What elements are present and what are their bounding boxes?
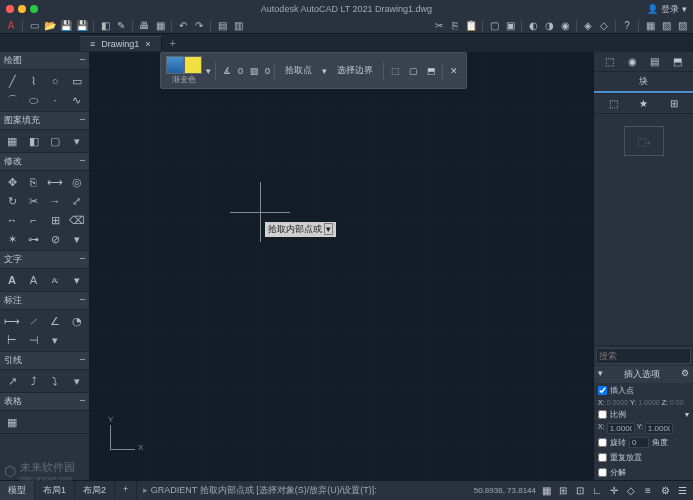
leader2-tool[interactable]: ⤴	[24, 372, 44, 390]
mirror-tool[interactable]: ⟷	[45, 173, 65, 191]
panel3-icon[interactable]: ▨	[675, 19, 689, 33]
sb-snap-icon[interactable]: ⊡	[573, 484, 587, 498]
select-boundary-button[interactable]: 选择边界	[331, 62, 379, 79]
sb-tab-layout2[interactable]: 布局2	[75, 481, 115, 500]
offset-tool[interactable]: ◎	[67, 173, 87, 191]
command-line[interactable]: ▸ GRADIENT 拾取内部点或 [选择对象(S)/放弃(U)/设置(T)]:	[137, 484, 469, 497]
sb-tab-add[interactable]: +	[115, 481, 137, 500]
pick-dropdown[interactable]: ▾	[322, 66, 327, 76]
ft-opt3-icon[interactable]: ⬒	[424, 64, 438, 78]
line-tool[interactable]: ╱	[2, 72, 22, 90]
array-tool[interactable]: ⊞	[45, 211, 65, 229]
erase-tool[interactable]: ⌫	[67, 211, 87, 229]
move-tool[interactable]: ✥	[2, 173, 22, 191]
extend-tool[interactable]: →	[45, 192, 65, 210]
tool2-icon[interactable]: ✎	[114, 19, 128, 33]
chk-explode[interactable]	[598, 468, 607, 477]
section-modify-header[interactable]: 修改–	[0, 153, 89, 171]
section-leader-header[interactable]: 引线–	[0, 352, 89, 370]
scale-tool[interactable]: ⤢	[67, 192, 87, 210]
ft-opt1-icon[interactable]: ⬚	[388, 64, 402, 78]
paste-icon[interactable]: 📋	[464, 19, 478, 33]
percent-value[interactable]: 0	[265, 66, 270, 76]
color-dropdown-icon[interactable]: ▾	[206, 66, 211, 76]
close-tab-icon[interactable]: ×	[145, 39, 150, 49]
rp-icon2[interactable]: ◉	[628, 56, 637, 67]
circle-tool[interactable]: ○	[45, 72, 65, 90]
table-tool[interactable]: ▦	[2, 413, 22, 431]
ft-close-icon[interactable]: ✕	[447, 64, 461, 78]
dim-angular[interactable]: ∠	[45, 312, 65, 330]
gradient-swatch-1[interactable]	[166, 56, 184, 74]
explode-tool[interactable]: ✶	[2, 230, 22, 248]
section-dim-header[interactable]: 标注–	[0, 292, 89, 310]
tool1-icon[interactable]: ◧	[98, 19, 112, 33]
hatch-more[interactable]: ▾	[67, 132, 87, 150]
dim-linear[interactable]: ⟼	[2, 312, 22, 330]
login-link[interactable]: 登录	[661, 3, 679, 16]
rp-sub-fav[interactable]: ★	[639, 98, 648, 109]
copy-tool[interactable]: ⎘	[24, 173, 44, 191]
section-hatch-header[interactable]: 图案填充–	[0, 112, 89, 130]
prop-icon[interactable]: ▢	[487, 19, 501, 33]
arc-tool[interactable]: ⌒	[2, 91, 22, 109]
sb-more-icon[interactable]: ⚙	[658, 484, 672, 498]
mtext-tool[interactable]: A	[2, 271, 22, 289]
text-tool[interactable]: A	[24, 271, 44, 289]
dim-baseline[interactable]: ⊢	[2, 331, 22, 349]
cut-icon[interactable]: ✂	[432, 19, 446, 33]
new-icon[interactable]: ▭	[27, 19, 41, 33]
pick-point-button[interactable]: 拾取点	[279, 62, 318, 79]
sb-tab-layout1[interactable]: 布局1	[35, 481, 75, 500]
rp-sub-lib[interactable]: ⊞	[670, 98, 678, 109]
gradient-tool[interactable]: ◧	[24, 132, 44, 150]
section-table-header[interactable]: 表格–	[0, 393, 89, 411]
layer-icon[interactable]: ▤	[215, 19, 229, 33]
rect-tool[interactable]: ▭	[67, 72, 87, 90]
misc5-icon[interactable]: ◇	[597, 19, 611, 33]
rp-icon3[interactable]: ▤	[650, 56, 659, 67]
rotate-tool[interactable]: ↻	[2, 192, 22, 210]
fillet-tool[interactable]: ⌐	[24, 211, 44, 229]
undo-icon[interactable]: ↶	[176, 19, 190, 33]
save-icon[interactable]: 💾	[59, 19, 73, 33]
text-more[interactable]: ▾	[67, 271, 87, 289]
layer2-icon[interactable]: ▥	[231, 19, 245, 33]
block-preview[interactable]: ⬚₊	[624, 126, 664, 156]
sb-tab-model[interactable]: 模型	[0, 481, 35, 500]
misc2-icon[interactable]: ◑	[542, 19, 556, 33]
user-icon[interactable]: 👤	[647, 4, 658, 14]
spline-tool[interactable]: ∿	[67, 91, 87, 109]
panel2-icon[interactable]: ▧	[659, 19, 673, 33]
sb-menu-icon[interactable]: ☰	[675, 484, 689, 498]
sb-ortho-icon[interactable]: ∟	[590, 484, 604, 498]
app-menu-icon[interactable]: A	[4, 19, 18, 33]
rp-icon1[interactable]: ⬚	[605, 56, 614, 67]
preview-icon[interactable]: ▦	[153, 19, 167, 33]
rp-icon4[interactable]: ⬒	[673, 56, 682, 67]
rp-sub-recent[interactable]: ⬚	[609, 98, 618, 109]
text-style[interactable]: Aᵢ	[45, 271, 65, 289]
polyline-tool[interactable]: ⌇	[24, 72, 44, 90]
gradient-swatch-2[interactable]	[184, 56, 202, 74]
prop2-icon[interactable]: ▣	[503, 19, 517, 33]
mac-minimize-button[interactable]	[18, 5, 26, 13]
scale-y[interactable]	[645, 423, 673, 434]
misc3-icon[interactable]: ◉	[558, 19, 572, 33]
hatch-tool[interactable]: ▦	[2, 132, 22, 150]
boundary-tool[interactable]: ▢	[45, 132, 65, 150]
point-tool[interactable]: ·	[45, 91, 65, 109]
drawing-canvas[interactable]: 渐变色 ▾ ∡ 0 ▨ 0 拾取点 ▾ 选择边界 ⬚ ▢ ⬒ ✕ 拾取内部点或▾…	[90, 52, 593, 480]
tab-block[interactable]: 块	[594, 72, 693, 93]
section-draw-header[interactable]: 绘图–	[0, 52, 89, 70]
join-tool[interactable]: ⊶	[24, 230, 44, 248]
chk-rotate[interactable]	[598, 438, 607, 447]
leader-tool[interactable]: ↗	[2, 372, 22, 390]
chk-scale[interactable]	[598, 410, 607, 419]
sb-grid-icon[interactable]: ⊞	[556, 484, 570, 498]
ellipse-tool[interactable]: ⬭	[24, 91, 44, 109]
leader3-tool[interactable]: ⤵	[45, 372, 65, 390]
search-input[interactable]	[596, 348, 691, 364]
dim-radius[interactable]: ◔	[67, 312, 87, 330]
panel1-icon[interactable]: ▦	[643, 19, 657, 33]
